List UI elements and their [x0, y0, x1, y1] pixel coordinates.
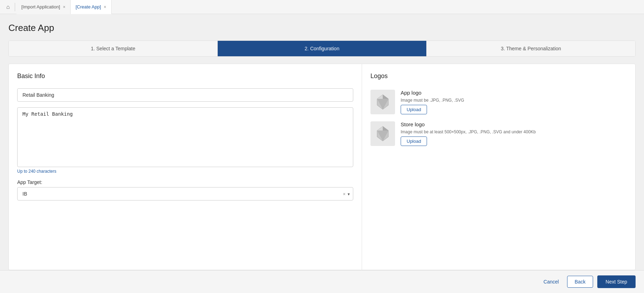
cancel-button[interactable]: Cancel: [539, 276, 563, 287]
app-name-input[interactable]: [17, 88, 353, 102]
next-step-button[interactable]: Next Step: [597, 275, 636, 288]
tab-divider: [15, 3, 15, 11]
app-logo-info: App logo Image must be .JPG, .PNG, .SVG …: [401, 90, 464, 114]
store-logo-thumbnail: [370, 121, 395, 146]
store-logo-info: Store logo Image must be at least 500×50…: [401, 121, 536, 146]
basic-info-panel: Basic Info My Retail Banking Up to 240 c…: [8, 64, 362, 270]
app-logo-name: App logo: [401, 90, 464, 96]
app-logo-item: App logo Image must be .JPG, .PNG, .SVG …: [370, 90, 627, 114]
logos-panel: Logos App logo Image must be .JPG, .PNG,…: [362, 64, 636, 270]
app-target-input[interactable]: [17, 187, 353, 200]
app-target-select-wrapper: × ▾: [17, 187, 353, 200]
store-logo-item: Store logo Image must be at least 500×50…: [370, 121, 627, 146]
step-3[interactable]: 3. Theme & Personalization: [427, 41, 635, 56]
tab-bar: ⌂ [Import Application] × [Create App] ×: [0, 0, 644, 14]
store-logo-diamond-icon: [376, 126, 390, 142]
app-logo-hint: Image must be .JPG, .PNG, .SVG: [401, 98, 464, 103]
main-area: Basic Info My Retail Banking Up to 240 c…: [8, 64, 636, 270]
step-1[interactable]: 1. Select a Template: [9, 41, 218, 56]
tab-import-application[interactable]: [Import Application] ×: [17, 0, 71, 14]
steps-bar: 1. Select a Template 2. Configuration 3.…: [8, 40, 636, 57]
description-field-wrapper: My Retail Banking Up to 240 characters: [17, 107, 353, 174]
char-hint: Up to 240 characters: [17, 169, 353, 174]
app-target-wrapper: App Target: × ▾: [17, 179, 353, 200]
page-title: Create App: [8, 23, 636, 33]
home-icon: ⌂: [6, 4, 10, 10]
step-1-label: 1. Select a Template: [91, 46, 136, 51]
app-logo-thumbnail: [370, 90, 395, 114]
store-logo-hint: Image must be at least 500×500px, .JPG, …: [401, 129, 536, 134]
select-clear-icon[interactable]: ×: [343, 191, 346, 197]
page-content: Create App 1. Select a Template 2. Confi…: [0, 14, 644, 270]
tab-create-label: [Create App]: [75, 4, 101, 9]
app-logo-diamond-icon: [376, 94, 390, 110]
step-3-label: 3. Theme & Personalization: [501, 46, 561, 51]
tab-create-close[interactable]: ×: [104, 5, 106, 9]
tab-import-label: [Import Application]: [21, 4, 60, 9]
tab-import-close[interactable]: ×: [63, 5, 65, 9]
store-logo-upload-button[interactable]: Upload: [401, 136, 427, 146]
bottom-bar: Cancel Back Next Step: [0, 270, 644, 293]
back-button[interactable]: Back: [567, 276, 593, 288]
store-logo-name: Store logo: [401, 121, 536, 127]
step-2-label: 2. Configuration: [305, 46, 340, 51]
description-textarea[interactable]: My Retail Banking: [17, 107, 353, 167]
tab-create-app[interactable]: [Create App] ×: [71, 0, 111, 14]
app-logo-upload-button[interactable]: Upload: [401, 105, 427, 114]
basic-info-title: Basic Info: [17, 72, 353, 80]
logos-title: Logos: [370, 72, 627, 80]
home-button[interactable]: ⌂: [3, 2, 13, 12]
step-2[interactable]: 2. Configuration: [218, 41, 427, 56]
app-target-label: App Target:: [17, 179, 353, 185]
